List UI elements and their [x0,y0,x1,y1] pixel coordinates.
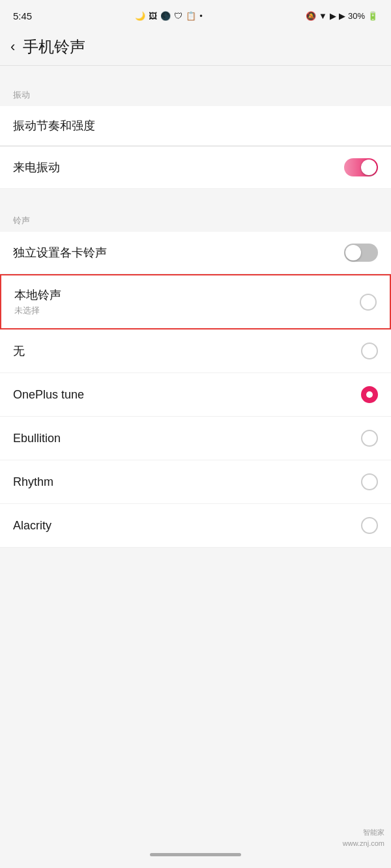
image-icon: 🖼 [149,11,157,21]
ringtone-item-ebullition[interactable]: Ebullition [0,417,391,460]
status-icons: 🌙 🖼 🌑 🛡 📋 • [135,11,203,21]
ringtone-oneplus-label: OnePlus tune [13,388,84,402]
moon-icon: 🌙 [135,11,145,21]
ringtone-alacrity-label: Alacrity [13,519,51,533]
ringtone-section-label: 铃声 [0,202,391,232]
ringtone-rhythm-label: Rhythm [13,475,53,489]
independent-ringtone-item[interactable]: 独立设置各卡铃声 [0,232,391,274]
incoming-vibration-toggle[interactable] [344,158,378,176]
section-spacer-1 [0,189,391,202]
ringtone-rhythm-radio[interactable] [361,473,378,490]
status-bar: 5:45 🌙 🖼 🌑 🛡 📋 • 🔕 ▼ ▶ ▶ 30% 🔋 [0,0,391,29]
ringtone-ebullition-radio[interactable] [361,430,378,447]
ringtone-none-radio[interactable] [361,343,378,359]
header: ‹ 手机铃声 [0,29,391,65]
status-right: 🔕 ▼ ▶ ▶ 30% 🔋 [306,11,378,21]
incoming-vibration-item[interactable]: 来电振动 [0,147,391,189]
dnd-icon: 🌑 [160,11,171,21]
local-ringtone-sublabel: 未选择 [14,305,61,316]
mute-icon: 🔕 [306,11,316,21]
ringtone-oneplus-radio[interactable] [361,386,378,403]
watermark: 智能家 www.znj.com [343,827,384,848]
back-button[interactable]: ‹ [10,40,15,54]
dot-icon: • [199,11,203,21]
battery-icon: 🔋 [368,11,378,21]
incoming-vibration-label: 来电振动 [13,160,60,175]
battery-percent: 30% [348,11,365,21]
status-time: 5:45 [13,10,32,21]
ringtone-item-alacrity[interactable]: Alacrity [0,504,391,548]
toggle-knob [361,160,377,175]
vibration-section-label: 振动 [0,76,391,106]
independent-toggle-knob [345,245,361,260]
independent-ringtone-label: 独立设置各卡铃声 [13,245,107,260]
gap-after-header [0,66,391,76]
signal-icon: ▶ [330,11,336,21]
local-ringtone-item[interactable]: 本地铃声 未选择 [0,274,391,329]
home-indicator [150,853,241,856]
ringtone-item-rhythm[interactable]: Rhythm [0,460,391,504]
independent-ringtone-toggle[interactable] [344,244,378,262]
local-ringtone-label: 本地铃声 [14,287,61,303]
ringtone-ebullition-label: Ebullition [13,432,61,445]
page-title: 手机铃声 [23,36,85,57]
ringtone-alacrity-radio[interactable] [361,517,378,534]
local-ringtone-content: 本地铃声 未选择 [14,287,61,316]
ringtone-item-oneplus[interactable]: OnePlus tune [0,373,391,417]
copy-icon: 📋 [186,11,196,21]
wifi-icon: ▼ [319,11,327,21]
vibration-rhythm-label: 振动节奏和强度 [13,118,95,133]
shield-icon: 🛡 [174,11,182,21]
ringtone-item-none[interactable]: 无 [0,329,391,373]
vibration-rhythm-item[interactable]: 振动节奏和强度 [0,106,391,146]
ringtone-none-label: 无 [13,343,25,359]
local-ringtone-radio[interactable] [360,294,377,311]
signal2-icon: ▶ [339,11,345,21]
